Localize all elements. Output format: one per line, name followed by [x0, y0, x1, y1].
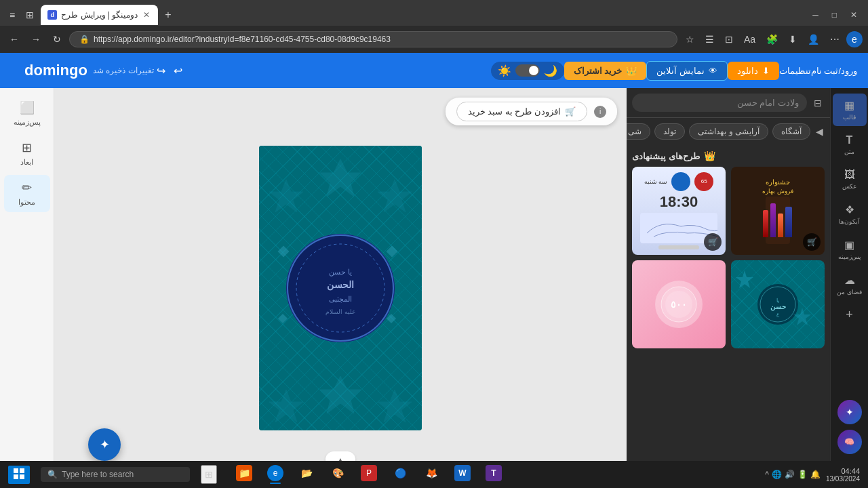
- taskbar-search-bar[interactable]: 🔍 Type here to search: [41, 467, 190, 482]
- canvas-toolbar: i 🛒 افزودن طرح به سبد خرید: [446, 98, 617, 125]
- tray-datetime[interactable]: 04:44 13/03/2024: [826, 467, 860, 483]
- redo-button[interactable]: ↪: [154, 62, 168, 80]
- profile-button[interactable]: 👤: [804, 31, 823, 47]
- app-header: ورود/ثبت نام تنظیمات ⬇ دانلود 👁 نمایش آن…: [0, 53, 868, 88]
- taskbar-app-word[interactable]: W: [449, 462, 476, 487]
- right-icon-background[interactable]: ▣ پس‌زمینه: [833, 233, 867, 266]
- canvas-area: i 🛒 افزودن طرح به سبد خرید: [54, 88, 627, 488]
- active-tab[interactable]: d دومینگو | ویرایش طرح ✕: [41, 5, 158, 25]
- sidebar-item-content[interactable]: ✏ محتوا: [4, 175, 50, 212]
- network-icon[interactable]: 🌐: [772, 470, 782, 479]
- url-bar[interactable]: 🔒 https://app.domingo.ir/editor?industry…: [69, 31, 677, 47]
- add-panel-button[interactable]: +: [842, 304, 857, 326]
- back-button[interactable]: ←: [5, 31, 23, 47]
- category-showroom[interactable]: آشگاه: [772, 123, 810, 140]
- refresh-button[interactable]: ↻: [49, 31, 65, 47]
- files-icon: 📂: [298, 465, 315, 481]
- svg-rect-26: [20, 468, 24, 473]
- taskbar-app-teams[interactable]: T: [480, 462, 507, 487]
- sidebar-item-dimensions[interactable]: ⊞ ابعاد: [4, 135, 50, 172]
- favorites-button[interactable]: ☆: [682, 31, 698, 47]
- ai-brain-button[interactable]: 🧠: [837, 430, 862, 454]
- firefox-icon: 🦊: [423, 465, 439, 481]
- right-icon-icons[interactable]: ❖ آیکون‌ها: [833, 198, 867, 230]
- template-card-schedule[interactable]: 65 سه شنبه 18:30: [632, 167, 726, 255]
- background-panel-label: پس‌زمینه: [838, 253, 861, 260]
- template-card-islamic2[interactable]: یا حسن ع: [731, 260, 825, 348]
- sun-icon: ☀️: [498, 64, 511, 77]
- extensions-button[interactable]: 🧩: [762, 31, 782, 47]
- islamic-stars-mini: [731, 260, 825, 348]
- dark-mode-toggle[interactable]: 🌙 ☀️: [491, 62, 564, 80]
- crown-icon: 👑: [704, 150, 715, 161]
- svg-text:الحسن: الحسن: [327, 279, 354, 291]
- category-birth[interactable]: تولد: [654, 123, 685, 140]
- magic-ai-button[interactable]: ✦: [837, 400, 862, 424]
- app-logo: domingo: [24, 62, 87, 79]
- new-tab-button[interactable]: +: [161, 7, 175, 22]
- taskbar-app-edge[interactable]: e: [262, 462, 289, 487]
- category-nav-back[interactable]: ◀: [814, 123, 825, 140]
- right-icon-photo[interactable]: 🖼 عکس: [833, 163, 867, 195]
- svg-marker-3: [320, 376, 361, 413]
- add-to-cart-button[interactable]: 🛒 افزودن طرح به سبد خرید: [456, 102, 587, 121]
- category-cosmetics[interactable]: آرایشی و بهداشتی: [689, 123, 768, 140]
- volume-icon[interactable]: 🔊: [785, 470, 795, 479]
- settings-button[interactable]: ⋯: [826, 31, 844, 47]
- taskbar-app-explorer[interactable]: 📁: [231, 462, 258, 487]
- cart-badge-schedule[interactable]: 🛒: [704, 233, 722, 251]
- task-view-button[interactable]: ⊞: [201, 465, 217, 484]
- sidebar-label-dimensions: ابعاد: [20, 158, 33, 167]
- start-button[interactable]: [8, 466, 30, 484]
- taskbar-app-paint[interactable]: 🎨: [324, 462, 351, 487]
- maximize-button[interactable]: □: [827, 7, 842, 22]
- category-shi[interactable]: شی: [627, 123, 650, 140]
- reading-button[interactable]: Aa: [740, 31, 760, 47]
- info-icon[interactable]: i: [594, 106, 606, 118]
- right-panel: ⊟ ◀ آشگاه آرایشی و بهداشتی تولد شی 👑 طرح…: [627, 88, 830, 488]
- right-icon-text[interactable]: T متن: [833, 129, 867, 161]
- right-icon-cloud[interactable]: ☁ فضای من: [833, 268, 867, 301]
- sidebar-item-background[interactable]: ⬜ پس‌زمینه: [4, 95, 50, 132]
- split-button[interactable]: ⊡: [721, 31, 737, 47]
- download-button[interactable]: ⬇ دانلود: [728, 62, 779, 80]
- template-card-pink[interactable]: ٥٠٠: [632, 260, 726, 348]
- edge-icon[interactable]: e: [846, 31, 863, 47]
- undo-button[interactable]: ↩: [171, 62, 185, 80]
- floating-action-button[interactable]: ✦: [88, 428, 121, 461]
- taskbar: 🔍 Type here to search ⊞ 📁 e 📂 🎨 P 🔵: [0, 461, 868, 488]
- url-text: https://app.domingo.ir/editor?industryId…: [94, 35, 667, 44]
- downloads-button[interactable]: ⬇: [785, 31, 801, 47]
- settings-button[interactable]: تنظیمات: [779, 66, 811, 76]
- battery-icon[interactable]: 🔋: [797, 470, 808, 479]
- buy-subscription-button[interactable]: 👑 خرید اشتراک: [564, 62, 647, 80]
- login-button[interactable]: ورود/ثبت نام: [811, 66, 857, 76]
- taskbar-app-pomodoro[interactable]: P: [355, 462, 382, 487]
- filter-button[interactable]: ⊟: [811, 95, 825, 111]
- cart-badge-cosmetics[interactable]: 🛒: [803, 233, 821, 251]
- tab-favicon: d: [47, 10, 57, 20]
- forward-button[interactable]: →: [27, 31, 45, 47]
- toggle-switch[interactable]: [515, 64, 540, 77]
- browser-menu-icon[interactable]: ≡: [5, 7, 19, 23]
- template-search-input[interactable]: [632, 94, 807, 112]
- template-icon: ▦: [844, 99, 854, 112]
- template-preview-pink: ٥٠٠: [632, 260, 726, 348]
- browser-back-icon[interactable]: ⊞: [22, 7, 38, 23]
- tab-close-button[interactable]: ✕: [142, 9, 151, 21]
- tray-expand-icon[interactable]: ^: [765, 470, 769, 479]
- cosmetics-subtitle: فروش بهاره: [762, 188, 793, 195]
- close-button[interactable]: ✕: [845, 7, 863, 22]
- right-icon-template[interactable]: ▦ قالب: [833, 94, 867, 126]
- notification-icon[interactable]: 🔔: [810, 470, 821, 479]
- minimize-button[interactable]: ─: [807, 7, 824, 22]
- taskbar-app-chrome[interactable]: 🔵: [387, 462, 414, 487]
- tab-bar: ≡ ⊞ d دومینگو | ویرایش طرح ✕ + ─ □ ✕: [0, 0, 868, 26]
- template-card-cosmetics[interactable]: جشنواره فروش بهاره: [731, 167, 825, 255]
- moon-icon: 🌙: [544, 64, 557, 77]
- taskbar-app-firefox[interactable]: 🦊: [418, 462, 445, 487]
- show-online-button[interactable]: 👁 نمایش آنلاین: [646, 61, 728, 81]
- collections-button[interactable]: ☰: [701, 31, 718, 47]
- taskbar-app-files[interactable]: 📂: [293, 462, 320, 487]
- magic-star-icon: ✦: [846, 407, 854, 418]
